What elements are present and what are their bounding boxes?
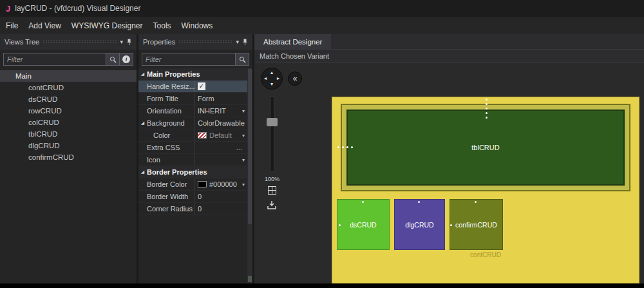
view-tblCRUD[interactable]: tblCRUD <box>346 110 625 186</box>
menu-tools[interactable]: Tools <box>148 18 176 34</box>
scrollbar-end[interactable] <box>248 276 252 282</box>
border-color-swatch[interactable] <box>198 181 207 187</box>
selection-handle-dot[interactable] <box>486 108 488 110</box>
property-grid: ◢ Main Properties Handle Resiz... ✓ Form… <box>138 68 247 215</box>
selection-handle-dot[interactable] <box>339 224 341 226</box>
contCRUD-label: contCRUD <box>470 251 501 258</box>
property-row-border-color[interactable]: Border Color #000000 ▾ <box>138 178 247 191</box>
menu-windows[interactable]: Windows <box>176 18 218 34</box>
property-label: Corner Radius <box>147 205 194 213</box>
property-row-color[interactable]: Color Default ▾ <box>138 130 247 142</box>
views-tree-header: Views Tree ▾ <box>0 34 137 50</box>
group-label: Main Properties <box>147 70 247 78</box>
property-row-background[interactable]: ◢ Background ColorDrawable ▾ <box>138 117 247 130</box>
menu-wysiwyg-designer[interactable]: WYSIWYG Designer <box>66 18 148 34</box>
property-label: Handle Resiz... <box>147 82 194 90</box>
tree-item-main[interactable]: Main <box>0 70 137 82</box>
dropdown-arrow-icon[interactable]: ▾ <box>242 133 247 139</box>
property-row-extra-css[interactable]: Extra CSS ... <box>138 142 247 154</box>
export-button[interactable] <box>265 199 278 211</box>
handle-resize-checkbox[interactable]: ✓ <box>198 82 205 90</box>
tree-item-tblCRUD[interactable]: tblCRUD <box>0 128 137 140</box>
properties-filter-input[interactable] <box>142 53 235 65</box>
no-color-swatch[interactable] <box>198 132 207 139</box>
panel-menu-chevron-icon[interactable]: ▾ <box>120 39 123 45</box>
views-filter-input[interactable] <box>4 53 106 65</box>
match-chosen-variant-bar[interactable]: Match Chosen Variant <box>254 49 644 62</box>
pin-icon[interactable] <box>242 39 248 46</box>
tab-abstract-designer[interactable]: Abstract Designer <box>254 34 331 49</box>
border-color-value[interactable]: #000000 <box>209 180 237 188</box>
selection-handle-dot[interactable] <box>486 117 488 119</box>
selection-handle-dot[interactable] <box>486 112 488 114</box>
dropdown-arrow-icon[interactable]: ▾ <box>242 182 247 187</box>
property-group-main[interactable]: ◢ Main Properties <box>138 68 247 81</box>
pan-dpad[interactable]: ▴ ▾ ◂ ▸ <box>261 68 283 90</box>
selection-handle-dot[interactable] <box>475 201 477 203</box>
arrow-left-icon: ◂ <box>264 76 267 81</box>
dropdown-arrow-icon[interactable]: ▾ <box>242 157 247 163</box>
selection-handle-dot[interactable] <box>450 224 452 226</box>
menu-add-view[interactable]: Add View <box>23 18 66 34</box>
property-row-corner-radius[interactable]: Corner Radius 0 <box>138 203 247 215</box>
property-label: Extra CSS <box>147 144 194 151</box>
property-row-border-width[interactable]: Border Width 0 <box>138 191 247 203</box>
views-tree-title: Views Tree <box>5 38 39 46</box>
view-dsCRUD[interactable]: dsCRUD <box>337 199 390 250</box>
selection-handle-dot[interactable] <box>337 146 339 148</box>
property-row-form-title[interactable]: Form Title Form <box>138 93 247 105</box>
views-tree-panel: Views Tree ▾ i Main contCRUD dsCRUD <box>0 34 137 283</box>
expand-triangle-icon: ◢ <box>138 72 147 77</box>
zoom-slider-handle[interactable] <box>267 118 278 126</box>
design-canvas[interactable]: ▴ ▾ ◂ ▸ « 100% tblCRUD <box>254 62 644 283</box>
views-filter: i <box>3 53 133 66</box>
app-logo-icon: J <box>6 4 10 14</box>
property-group-border[interactable]: ◢ Border Properties <box>138 166 247 178</box>
back-button[interactable]: « <box>288 72 302 86</box>
search-icon[interactable] <box>235 53 249 65</box>
pin-icon[interactable] <box>126 39 132 46</box>
border-width-value[interactable]: 0 <box>198 193 202 200</box>
property-row-icon[interactable]: Icon ▾ <box>138 154 247 166</box>
panel-menu-chevron-icon[interactable]: ▾ <box>236 39 239 45</box>
corner-radius-value[interactable]: 0 <box>198 205 202 213</box>
property-row-orientation[interactable]: Orientation INHERIT ▾ <box>138 105 247 117</box>
orientation-value[interactable]: INHERIT <box>198 107 226 115</box>
info-icon[interactable]: i <box>119 53 133 65</box>
form-title-value[interactable]: Form <box>198 95 214 102</box>
properties-title: Properties <box>143 38 175 46</box>
tree-item-confirmCRUD[interactable]: confirmCRUD <box>0 151 137 163</box>
tree-item-contCRUD[interactable]: contCRUD <box>0 82 137 93</box>
dropdown-arrow-icon[interactable]: ▾ <box>242 108 247 114</box>
color-value[interactable]: Default <box>209 131 232 139</box>
selection-handle-dot[interactable] <box>486 103 488 105</box>
expand-triangle-icon: ◢ <box>138 120 147 126</box>
selection-handle-dot[interactable] <box>362 201 364 203</box>
selection-handle-dot[interactable] <box>418 201 420 203</box>
selection-handle-dot[interactable] <box>351 146 353 148</box>
scrollbar[interactable] <box>247 68 252 283</box>
scrollbar-thumb[interactable] <box>248 69 252 224</box>
main-content: Views Tree ▾ i Main contCRUD dsCRUD <box>0 34 644 283</box>
selection-handle-dot[interactable] <box>342 146 344 148</box>
extra-css-editor-button[interactable]: ... <box>236 144 247 151</box>
tree-item-dsCRUD[interactable]: dsCRUD <box>0 93 137 105</box>
grid-toggle-button[interactable] <box>266 185 278 196</box>
selection-handle-dot[interactable] <box>486 99 488 101</box>
zoom-slider-track[interactable] <box>270 96 274 172</box>
panel-header-dots <box>43 40 117 44</box>
tree-item-colCRUD[interactable]: colCRUD <box>0 117 137 128</box>
menu-file[interactable]: File <box>1 18 23 34</box>
window-title: layCRUD - (vfdcrud) Visual Designer <box>15 4 140 13</box>
property-label: Background <box>147 119 194 127</box>
view-contCRUD[interactable]: tblCRUD dsCRUD dlgCRUD confirmCRUD contC… <box>332 97 639 283</box>
property-label: Orientation <box>147 107 194 115</box>
background-value[interactable]: ColorDrawable <box>198 119 245 127</box>
selection-handle-dot[interactable] <box>346 146 348 148</box>
search-icon[interactable] <box>106 53 119 65</box>
view-dlgCRUD[interactable]: dlgCRUD <box>394 199 445 250</box>
tree-item-dlgCRUD[interactable]: dlgCRUD <box>0 140 137 151</box>
property-row-handle-resize[interactable]: Handle Resiz... ✓ <box>138 81 247 93</box>
tree-item-rowCRUD[interactable]: rowCRUD <box>0 105 137 117</box>
view-confirmCRUD[interactable]: confirmCRUD <box>450 199 503 250</box>
